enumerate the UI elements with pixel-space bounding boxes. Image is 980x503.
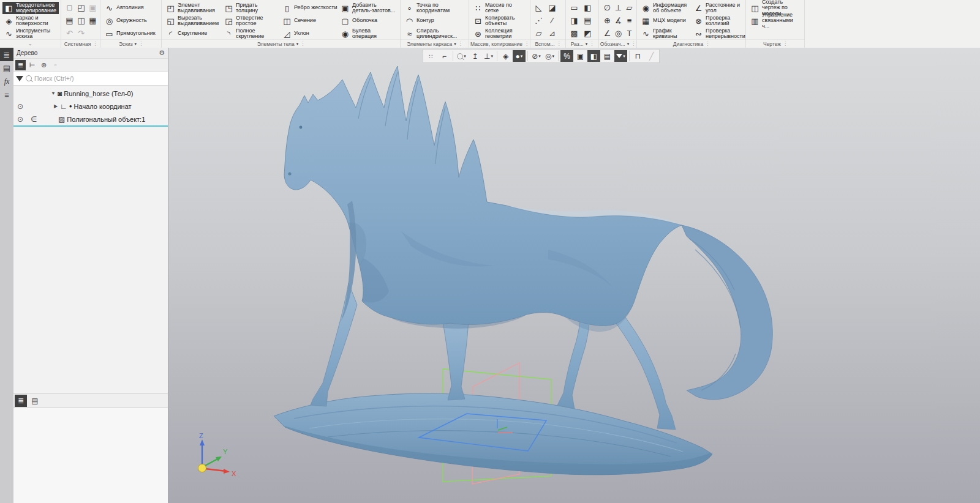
workplane-display-button[interactable]: ◧ — [587, 50, 600, 62]
tree-view-structure-button[interactable]: ≣ — [15, 60, 26, 70]
perpendicular-mark-button[interactable]: ⊥ — [612, 2, 624, 13]
print-button[interactable]: ▤ — [64, 15, 75, 26]
tree-selection-button[interactable]: ▫ — [50, 60, 61, 70]
new-document-button[interactable]: □ — [64, 2, 75, 13]
display-mode-button[interactable]: ●▾ — [513, 50, 526, 62]
text-button[interactable]: T — [624, 28, 635, 39]
rectangle-button[interactable]: ▭Прямоугольник — [103, 28, 159, 40]
collision-check-button[interactable]: ⊗Проверка коллизий — [692, 15, 745, 27]
gear-icon[interactable]: ⚙ — [159, 49, 165, 57]
extrude-button[interactable]: ◰Элемент выдавливания — [164, 2, 222, 14]
panel-tab-parameters[interactable]: ▤ — [0, 61, 13, 75]
geometry-collection-button[interactable]: ⊛Коллекция геометрии — [472, 28, 528, 40]
redo-button[interactable]: ↷ — [75, 28, 87, 39]
section-display-button[interactable]: ▭ — [568, 2, 580, 13]
datum-button[interactable]: ◎ — [612, 28, 624, 39]
section-view-button[interactable]: ◎▾ — [543, 50, 556, 62]
angular-mark-button[interactable]: ∡ — [612, 15, 624, 26]
filter-funnel-icon[interactable] — [16, 76, 23, 81]
isometric-view-button[interactable]: ◈ — [499, 50, 512, 62]
boolean-operation-button[interactable]: ◉Булева операция — [339, 28, 397, 40]
expand-arrow-icon[interactable]: ▼ — [50, 91, 56, 96]
model-base-rock[interactable] — [274, 393, 712, 475]
manage-linked-button[interactable]: ▥Управление связанными ч... — [748, 15, 802, 27]
section-zone-button[interactable]: ◨ — [568, 15, 580, 26]
open-button[interactable]: ◰ — [75, 2, 87, 13]
print-preview-button[interactable]: ◫ — [75, 15, 87, 26]
cut-extrude-button[interactable]: ◱Вырезать выдавливанием — [164, 15, 222, 27]
draft-button[interactable]: ◿Уклон — [281, 28, 339, 40]
quick-access-grid-button[interactable]: ∷ — [424, 50, 437, 62]
save-as-button[interactable]: ▦ — [87, 15, 99, 26]
add-blank-part-button[interactable]: ▣Добавить деталь-заготов... — [339, 2, 397, 14]
panel-tab-tree[interactable]: ≣ — [0, 48, 13, 61]
full-fillet-button[interactable]: ◝Полное скругление — [222, 28, 281, 40]
section-corner-button[interactable]: ◩ — [582, 28, 594, 39]
footer-tab-properties[interactable]: ▤ — [29, 395, 41, 407]
point-by-coordinates-button[interactable]: ∘Точка по координатам — [403, 2, 467, 14]
filter-objects-button[interactable]: ▾ — [614, 50, 627, 62]
horse-body[interactable] — [284, 66, 682, 332]
hidden-lines-button[interactable]: ⊘▾ — [530, 50, 543, 62]
show-frame-button[interactable]: ⌐ — [438, 50, 451, 62]
edit-pencil-button[interactable]: ╱ — [645, 50, 658, 62]
coordinate-axes-button[interactable]: ⊥▾ — [482, 50, 495, 62]
tree-relations-button[interactable]: ⊛ — [39, 60, 49, 70]
aux-local-cs-button[interactable]: ◪ — [546, 2, 558, 13]
save-button[interactable]: ▣ — [87, 2, 99, 13]
angle-dimension-button[interactable]: ∠ — [601, 28, 613, 39]
mode-sketch-tools[interactable]: ∿ Инструменты эскиза — [2, 28, 59, 40]
undo-button[interactable]: ↶ — [64, 28, 75, 39]
rib-button[interactable]: ▯Ребро жесткости — [281, 2, 339, 14]
3d-viewport[interactable]: Z Y X ∷ ⌐ ▾ ↥ ⊥▾ ◈ ●▾ ⊘▾ ◎▾ % ▣ ◧ ▤ ▾ — [168, 48, 980, 503]
visibility-eye-icon[interactable]: ⊙ — [17, 102, 23, 111]
continuity-check-button[interactable]: ∾Проверка непрерывности — [692, 28, 745, 40]
distance-angle-button[interactable]: ∠Расстояние и угол — [692, 2, 745, 14]
aux-axis-button[interactable]: ⋰ — [533, 15, 545, 26]
aux-offset-plane-button[interactable]: ▱ — [533, 28, 545, 39]
clip-window-button[interactable]: ▣ — [574, 50, 587, 62]
object-info-button[interactable]: ◉Информация об объекте — [639, 2, 692, 14]
mode-wireframe-surfaces[interactable]: ◈ Каркас и поверхности — [2, 15, 59, 27]
tree-row-polygonal-object[interactable]: ⊙ ∈ ▨ Полигональный объект:1 — [13, 113, 168, 127]
zoom-button[interactable]: ▾ — [455, 50, 468, 62]
mass-properties-button[interactable]: ▦МЦХ модели — [639, 15, 692, 27]
visibility-eye-icon[interactable]: ⊙ — [17, 115, 23, 124]
leader-button[interactable]: ≡ — [624, 15, 635, 26]
tolerance-button[interactable]: ▱ — [624, 2, 635, 13]
cylindrical-spiral-button[interactable]: ≈Спираль цилиндрическ... — [403, 28, 467, 40]
aux-line-button[interactable]: ∕ — [546, 15, 558, 26]
panel-tab-variables[interactable]: fx — [0, 75, 13, 88]
section-lines-button[interactable]: ▤ — [582, 15, 594, 26]
section-half-button[interactable]: ◧ — [582, 2, 594, 13]
section-hatch-button[interactable]: ▩ — [568, 28, 580, 39]
shell-button[interactable]: ▢Оболочка — [339, 15, 397, 27]
measure-button[interactable]: ⊓ — [631, 50, 644, 62]
horse-tail[interactable] — [682, 225, 772, 400]
panel-tab-menu[interactable]: ≡ — [0, 88, 13, 102]
tree-view-sequence-button[interactable]: ⊢ — [27, 60, 37, 70]
mode-collapse[interactable]: ⌄ — [0, 39, 61, 48]
grid-array-button[interactable]: ∷Массив по сетке — [472, 2, 528, 14]
autoline-button[interactable]: ∿Автолиния — [103, 2, 159, 14]
simple-hole-button[interactable]: ◲Отверстие простое — [222, 15, 281, 27]
tree-row-origin[interactable]: ⊙ ▶ ∟ ● Начало координат — [13, 100, 168, 113]
section-button[interactable]: ◫Сечение — [281, 15, 339, 27]
tree-search-bar[interactable]: Поиск (Ctrl+/) — [13, 72, 168, 86]
tree-row-root[interactable]: ▼ ◙ Running_horse (Тел-0) — [13, 87, 168, 100]
fillet-button[interactable]: ◜Скругление — [164, 28, 222, 40]
footer-tab-tree[interactable]: ≣ — [15, 395, 27, 407]
copy-objects-button[interactable]: ⊡Копировать объекты — [472, 15, 528, 27]
aux-angle-plane-button[interactable]: ⊿ — [546, 28, 558, 39]
mode-solid-modeling[interactable]: ◧ Твердотельное моделирование — [2, 2, 59, 14]
annotation-display-button[interactable]: ▤ — [601, 50, 614, 62]
aux-plane-button[interactable]: ◺ — [533, 2, 545, 13]
curvature-graph-button[interactable]: ∿График кривизны — [639, 28, 692, 40]
diameter-dimension-button[interactable]: ∅ — [601, 2, 613, 13]
sketch-elements-button[interactable]: % — [560, 50, 573, 62]
circle-button[interactable]: ◎Окружность — [103, 15, 159, 27]
radial-dimension-button[interactable]: ⊕ — [601, 15, 613, 26]
thicken-button[interactable]: ◳Придать толщину — [222, 2, 281, 14]
orientation-button[interactable]: ↥ — [469, 50, 481, 62]
contour-button[interactable]: ◠Контур — [403, 15, 467, 27]
